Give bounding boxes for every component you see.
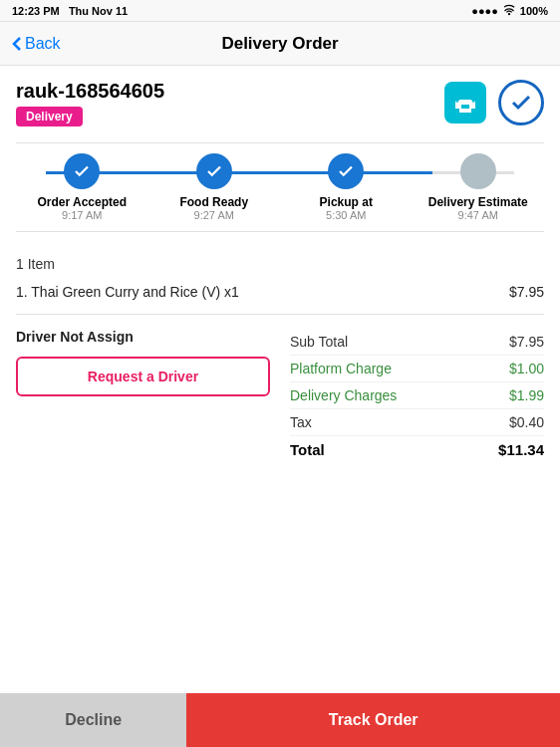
tax-value: $0.40	[509, 414, 544, 430]
bottom-bar: Decline Track Order	[0, 693, 560, 747]
step-circle-4	[460, 153, 496, 189]
delivery-charges-row: Delivery Charges $1.99	[290, 382, 544, 409]
print-icon	[453, 91, 477, 115]
order-id: rauk-168564605	[16, 80, 164, 103]
item-price: $7.95	[509, 284, 544, 300]
step-label-3: Pickup at	[320, 195, 373, 209]
subtotal-value: $7.95	[509, 334, 544, 350]
step-label-1: Order Accepted	[37, 195, 127, 209]
table-row: 1. Thai Green Curry and Rice (V) x1 $7.9…	[16, 280, 544, 304]
item-name: 1. Thai Green Curry and Rice (V) x1	[16, 284, 239, 300]
signal-icon: ●●●●	[471, 5, 498, 17]
step-time-1: 9:17 AM	[62, 209, 102, 221]
step-time-4: 9:47 AM	[458, 209, 498, 221]
battery-icon: 100%	[520, 5, 548, 17]
step-label-2: Food Ready	[179, 195, 248, 209]
tax-label: Tax	[290, 414, 312, 430]
step-circle-2	[196, 153, 232, 189]
order-header: rauk-168564605 Delivery	[16, 80, 544, 126]
progress-section: Order Accepted 9:17 AM Food Ready 9:27 A…	[16, 142, 544, 232]
print-button[interactable]	[444, 82, 486, 124]
step-delivery-estimate: Delivery Estimate 9:47 AM	[413, 153, 545, 221]
status-indicators: ●●●● 100%	[471, 4, 548, 18]
status-bar: 12:23 PM Thu Nov 11 ●●●● 100%	[0, 0, 560, 22]
platform-charge-label: Platform Charge	[290, 361, 392, 376]
step-circle-3	[328, 153, 364, 189]
wifi-icon	[502, 4, 516, 18]
lower-section: Driver Not Assign Request a Driver Sub T…	[16, 315, 544, 473]
step-order-accepted: Order Accepted 9:17 AM	[16, 153, 148, 221]
step-time-2: 9:27 AM	[194, 209, 234, 221]
totals-column: Sub Total $7.95 Platform Charge $1.00 De…	[290, 329, 544, 463]
step-circle-1	[64, 153, 100, 189]
delivery-charges-value: $1.99	[509, 387, 544, 403]
items-count: 1 Item	[16, 256, 544, 272]
delivery-badge: Delivery	[16, 107, 83, 126]
back-button[interactable]: Back	[12, 35, 61, 53]
subtotal-label: Sub Total	[290, 334, 348, 350]
driver-column: Driver Not Assign Request a Driver	[16, 329, 290, 463]
check-icon-1	[73, 162, 91, 180]
confirm-button[interactable]	[498, 80, 544, 125]
step-time-3: 5:30 AM	[326, 209, 366, 221]
nav-bar: Back Delivery Order	[0, 22, 560, 66]
step-label-4: Delivery Estimate	[428, 195, 528, 209]
track-order-button[interactable]: Track Order	[186, 693, 560, 747]
platform-charge-value: $1.00	[509, 361, 544, 376]
progress-track: Order Accepted 9:17 AM Food Ready 9:27 A…	[16, 153, 544, 221]
decline-button[interactable]: Decline	[0, 693, 186, 747]
order-info: rauk-168564605 Delivery	[16, 80, 164, 126]
total-value: $11.34	[498, 441, 544, 458]
delivery-charges-label: Delivery Charges	[290, 387, 397, 403]
driver-title: Driver Not Assign	[16, 329, 270, 345]
platform-charge-row: Platform Charge $1.00	[290, 356, 544, 382]
main-content: rauk-168564605 Delivery	[0, 66, 560, 693]
check-icon-3	[337, 162, 355, 180]
header-icons	[444, 80, 544, 125]
total-row: Total $11.34	[290, 436, 544, 463]
status-time: 12:23 PM Thu Nov 11	[12, 5, 128, 17]
checkmark-icon	[509, 91, 533, 115]
total-label: Total	[290, 441, 325, 458]
tax-row: Tax $0.40	[290, 409, 544, 436]
step-food-ready: Food Ready 9:27 AM	[148, 153, 281, 221]
request-driver-button[interactable]: Request a Driver	[16, 357, 270, 396]
step-pickup: Pickup at 5:30 AM	[280, 153, 413, 221]
nav-title: Delivery Order	[221, 34, 338, 54]
check-icon-2	[205, 162, 223, 180]
subtotal-row: Sub Total $7.95	[290, 329, 544, 356]
items-section: 1 Item 1. Thai Green Curry and Rice (V) …	[16, 246, 544, 315]
